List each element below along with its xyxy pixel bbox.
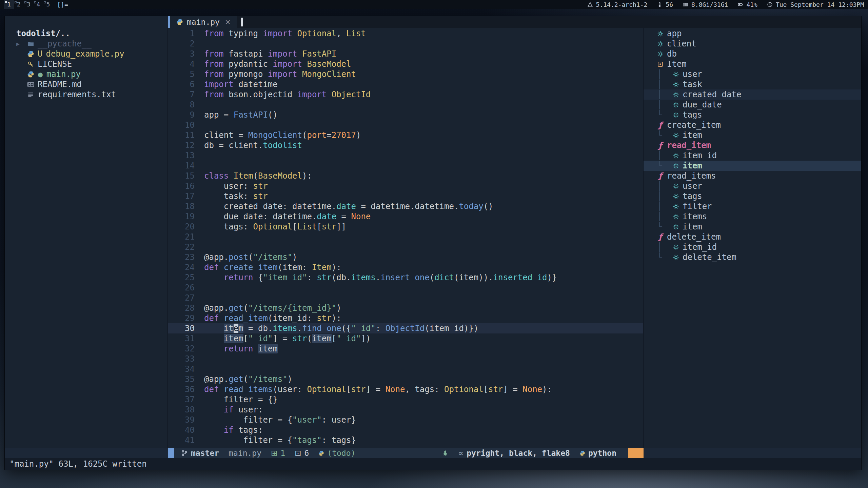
- outline-item-app[interactable]: app: [644, 28, 861, 39]
- code-line-22[interactable]: 22: [168, 242, 643, 252]
- line-number: 40: [168, 425, 195, 435]
- code-line-27[interactable]: 27: [168, 293, 643, 303]
- outline-item-item[interactable]: └item: [644, 161, 861, 171]
- code-line-31[interactable]: 31 item["_id"] = str(item["_id"]): [168, 333, 643, 344]
- tree-item-requirements.txt[interactable]: requirements.txt: [5, 89, 167, 100]
- outline-item-item_id[interactable]: │item_id: [644, 150, 861, 161]
- tree-item-debug_example.py[interactable]: Udebug_example.py: [5, 49, 167, 59]
- code-line-10[interactable]: 10: [168, 120, 643, 130]
- code-line-39[interactable]: 39 filter = {"user": user}: [168, 415, 643, 425]
- code-line-5[interactable]: 5from pymongo import MongoClient: [168, 69, 643, 79]
- line-number: 15: [168, 171, 195, 181]
- code-line-28[interactable]: 28@app.get("/items/{item_id}"): [168, 303, 643, 313]
- workspace-tag-5[interactable]: 5: [43, 0, 53, 9]
- tree-root-folder[interactable]: todolist/..: [5, 28, 167, 39]
- outline-item-user[interactable]: │user: [644, 69, 861, 79]
- thermometer-icon: [657, 2, 663, 7]
- code-line-23[interactable]: 23@app.post("/items"): [168, 252, 643, 262]
- code-line-30[interactable]: 30 item = db.items.find_one({"_id": Obje…: [168, 323, 643, 333]
- outline-item-item[interactable]: └item: [644, 130, 861, 140]
- code-line-18[interactable]: 18 created_date: datetime.date = datetim…: [168, 201, 643, 211]
- function-icon: ƒ: [657, 234, 664, 240]
- code-line-17[interactable]: 17 task: str: [168, 191, 643, 201]
- code-editor: 1from typing import Optional, List23from…: [168, 28, 643, 448]
- outline-item-create_item[interactable]: ƒcreate_item: [644, 120, 861, 130]
- tab-close-icon[interactable]: ×: [225, 18, 231, 26]
- code-line-16[interactable]: 16 user: str: [168, 181, 643, 191]
- line-text: user: str: [204, 181, 268, 191]
- layout-indicator[interactable]: []=: [53, 1, 72, 8]
- code-line-14[interactable]: 14: [168, 161, 643, 171]
- outline-item-Item[interactable]: Item: [644, 59, 861, 69]
- code-line-20[interactable]: 20 tags: Optional[List[str]]: [168, 222, 643, 232]
- line-number: 11: [168, 130, 195, 140]
- code-line-37[interactable]: 37 filter = {}: [168, 394, 643, 405]
- code-line-32[interactable]: 32 return item: [168, 344, 643, 354]
- outline-item-item[interactable]: └item: [644, 222, 861, 232]
- outline-item-created_date[interactable]: │created_date: [644, 89, 861, 100]
- code-line-8[interactable]: 8: [168, 100, 643, 110]
- outline-item-tags[interactable]: │tags: [644, 191, 861, 201]
- symbol-label: items: [683, 212, 707, 221]
- workspace-tag-4[interactable]: 4: [34, 0, 43, 9]
- outline-item-user[interactable]: │user: [644, 181, 861, 191]
- code-line-15[interactable]: 15class Item(BaseModel):: [168, 171, 643, 181]
- kernel-version-text: 5.14.2-arch1-2: [596, 1, 648, 8]
- outline-item-read_items[interactable]: ƒread_items: [644, 171, 861, 181]
- code-line-41[interactable]: 41 filter = {"tags": tags}: [168, 435, 643, 445]
- code-line-29[interactable]: 29def read_item(item_id: str):: [168, 313, 643, 323]
- code-line-38[interactable]: 38 if user:: [168, 405, 643, 415]
- code-line-11[interactable]: 11client = MongoClient(port=27017): [168, 130, 643, 140]
- tab-main-py[interactable]: main.py ×: [170, 16, 237, 28]
- code-line-25[interactable]: 25 return {"item_id": str(db.items.inser…: [168, 272, 643, 283]
- outline-item-item_id[interactable]: │item_id: [644, 242, 861, 252]
- outline-item-tags[interactable]: └tags: [644, 110, 861, 120]
- outline-item-client[interactable]: client: [644, 39, 861, 49]
- code-line-40[interactable]: 40 if tags:: [168, 425, 643, 435]
- code-line-33[interactable]: 33: [168, 354, 643, 364]
- line-text: @app.get("/items"): [204, 374, 292, 384]
- outline-item-items[interactable]: │items: [644, 211, 861, 222]
- line-number: 17: [168, 191, 195, 201]
- outline-item-read_item[interactable]: ƒread_item: [644, 140, 861, 150]
- outline-item-filter[interactable]: │filter: [644, 201, 861, 211]
- code-line-13[interactable]: 13: [168, 150, 643, 161]
- code-line-24[interactable]: 24def create_item(item: Item):: [168, 262, 643, 272]
- code-line-12[interactable]: 12db = client.todolist: [168, 140, 643, 150]
- code-line-26[interactable]: 26: [168, 283, 643, 293]
- file-name: README.md: [38, 80, 82, 89]
- tree-item-LICENSE[interactable]: LICENSE: [5, 59, 167, 69]
- line-number: 39: [168, 415, 195, 425]
- workspace-tag-2[interactable]: 2: [14, 0, 24, 9]
- symbol-label: create_item: [667, 120, 721, 130]
- outline-item-db[interactable]: db: [644, 49, 861, 59]
- outline-item-delete_item[interactable]: ƒdelete_item: [644, 232, 861, 242]
- code-line-2[interactable]: 2: [168, 39, 643, 49]
- code-line-1[interactable]: 1from typing import Optional, List: [168, 28, 643, 39]
- chevron-right-icon[interactable]: ▸: [16, 40, 24, 48]
- code-line-34[interactable]: 34: [168, 364, 643, 374]
- code-line-9[interactable]: 9app = FastAPI(): [168, 110, 643, 120]
- code-line-36[interactable]: 36def read_items(user: Optional[str] = N…: [168, 384, 643, 394]
- function-icon: ƒ: [657, 122, 664, 128]
- outline-item-task[interactable]: │task: [644, 79, 861, 89]
- code-line-7[interactable]: 7from bson.objectid import ObjectId: [168, 89, 643, 100]
- code-line-4[interactable]: 4from pydantic import BaseModel: [168, 59, 643, 69]
- tree-item-README.md[interactable]: README.md: [5, 79, 167, 89]
- outline-item-due_date[interactable]: │due_date: [644, 100, 861, 110]
- symbol-label: tags: [683, 110, 702, 120]
- code-line-6[interactable]: 6import datetime: [168, 79, 643, 89]
- outline-item-delete_item[interactable]: └delete_item: [644, 252, 861, 262]
- treesitter-indicator: [442, 450, 449, 456]
- code-line-19[interactable]: 19 due_date: datetime.date = None: [168, 211, 643, 222]
- workspace-tag-3[interactable]: 3: [24, 0, 34, 9]
- workspace-tag-1[interactable]: 1: [4, 0, 14, 9]
- symbol-label: delete_item: [683, 252, 736, 262]
- code-line-35[interactable]: 35@app.get("/items"): [168, 374, 643, 384]
- field-icon: [673, 102, 679, 108]
- tree-item-main.py[interactable]: ●main.py: [5, 69, 167, 79]
- tree-item-__pycache__[interactable]: ▸__pycache__: [5, 39, 167, 49]
- code-line-3[interactable]: 3from fastapi import FastAPI: [168, 49, 643, 59]
- line-number: 22: [168, 242, 195, 252]
- code-line-21[interactable]: 21: [168, 232, 643, 242]
